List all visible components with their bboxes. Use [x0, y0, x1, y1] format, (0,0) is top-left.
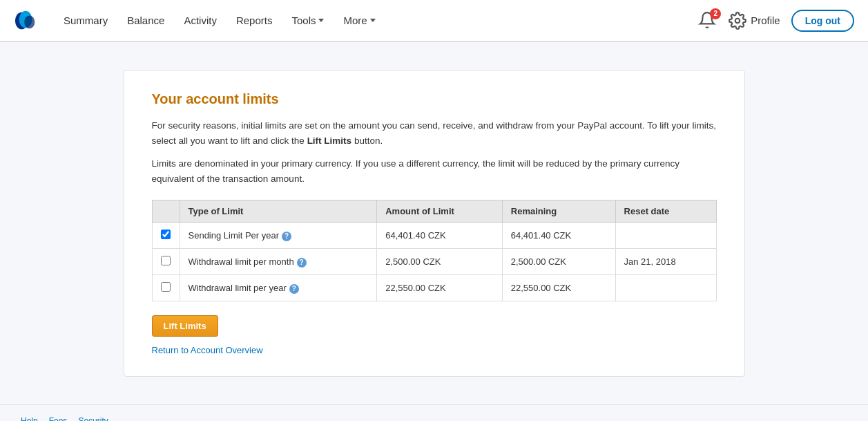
row-checkbox-2[interactable]: [161, 282, 171, 292]
footer-top-row: HelpFeesSecurityAboutDevelopersPartners …: [21, 416, 847, 421]
table-row: Withdrawal limit per year?22,550.00 CZK2…: [152, 275, 716, 301]
tools-arrow-icon: [318, 19, 324, 22]
notification-badge: 2: [710, 8, 721, 19]
row-amount-1: 2,500.00 CZK: [377, 249, 503, 275]
table-row: Sending Limit Per year?64,401.40 CZK64,4…: [152, 223, 716, 249]
main-content: Your account limits For security reasons…: [0, 42, 868, 404]
nav-reports[interactable]: Reports: [228, 9, 281, 32]
nav-more[interactable]: More: [335, 9, 383, 32]
row-amount-2: 22,550.00 CZK: [377, 275, 503, 301]
nav-summary[interactable]: Summary: [55, 9, 116, 32]
row-remaining-0: 64,401.40 CZK: [502, 223, 615, 249]
col-reset: Reset date: [615, 200, 716, 223]
card-title: Your account limits: [152, 91, 717, 107]
col-remaining: Remaining: [502, 200, 615, 223]
row-reset-2: [615, 275, 716, 301]
table-row: Withdrawal limit per month?2,500.00 CZK2…: [152, 249, 716, 275]
gear-icon: [729, 12, 746, 30]
header-right: 2 Profile Log out: [698, 10, 854, 32]
return-link[interactable]: Return to Account Overview: [152, 345, 717, 355]
row-reset-1: Jan 21, 2018: [615, 249, 716, 275]
svg-point-2: [24, 15, 35, 28]
row-type-1: Withdrawal limit per month?: [180, 249, 377, 275]
card-description-2: Limits are denominated in your primary c…: [152, 156, 717, 186]
nav-activity[interactable]: Activity: [175, 9, 225, 32]
more-arrow-icon: [370, 19, 376, 22]
row-checkbox-1[interactable]: [161, 256, 171, 265]
notifications-button[interactable]: 2: [698, 11, 717, 30]
footer-link-security[interactable]: Security: [78, 416, 108, 421]
col-checkbox: [152, 200, 180, 223]
help-icon-0[interactable]: ?: [282, 232, 291, 241]
svg-point-3: [735, 18, 740, 23]
row-remaining-1: 2,500.00 CZK: [502, 249, 615, 275]
paypal-logo[interactable]: [14, 8, 39, 33]
row-reset-0: [615, 223, 716, 249]
limits-table: Type of Limit Amount of Limit Remaining …: [152, 200, 717, 301]
header-left: Summary Balance Activity Reports Tools M…: [14, 8, 384, 33]
card-description-1: For security reasons, initial limits are…: [152, 118, 717, 148]
footer-link-help[interactable]: Help: [21, 416, 38, 421]
lift-limits-button[interactable]: Lift Limits: [152, 315, 218, 337]
account-limits-card: Your account limits For security reasons…: [124, 70, 745, 377]
help-icon-1[interactable]: ?: [297, 258, 307, 268]
row-type-2: Withdrawal limit per year?: [180, 275, 377, 301]
row-type-0: Sending Limit Per year?: [180, 223, 377, 249]
profile-button[interactable]: Profile: [729, 12, 780, 30]
footer-links-section: HelpFeesSecurityAboutDevelopersPartners …: [0, 404, 868, 421]
nav-tools[interactable]: Tools: [283, 9, 332, 32]
logout-button[interactable]: Log out: [791, 10, 854, 32]
help-icon-2[interactable]: ?: [289, 284, 299, 294]
col-amount: Amount of Limit: [377, 200, 503, 223]
footer-link-fees[interactable]: Fees: [49, 416, 68, 421]
footer: HelpFeesSecurityAboutDevelopersPartners …: [0, 404, 868, 421]
nav-balance[interactable]: Balance: [119, 9, 173, 32]
row-amount-0: 64,401.40 CZK: [377, 223, 503, 249]
row-remaining-2: 22,550.00 CZK: [502, 275, 615, 301]
footer-nav-links: HelpFeesSecurityAboutDevelopersPartners: [21, 416, 137, 421]
header: Summary Balance Activity Reports Tools M…: [0, 0, 868, 41]
profile-label: Profile: [751, 15, 780, 26]
main-nav: Summary Balance Activity Reports Tools M…: [55, 9, 384, 32]
col-type: Type of Limit: [180, 200, 377, 223]
row-checkbox-0[interactable]: [161, 230, 171, 239]
